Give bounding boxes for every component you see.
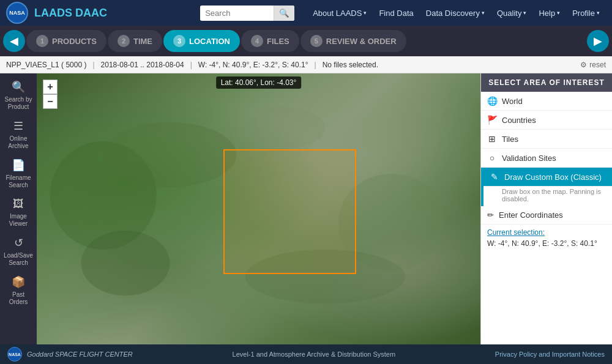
footer-nasa-logo: NASA [7,347,22,362]
site-title: LAADS DAAC [34,7,107,20]
panel-title: SELECT AREA OF INTEREST [481,73,612,92]
list-icon: ☰ [13,119,23,133]
quality-chevron-icon: ▾ [523,10,526,16]
help-link[interactable]: Help ▾ [532,0,566,26]
help-chevron-icon: ▾ [557,10,560,16]
wizard-step-products[interactable]: 1 PRODUCTS [26,30,106,52]
tiles-icon: ⊞ [487,134,497,144]
current-selection-coords: W: -4°, N: 40.9°, E: -3.2°, S: 40.1° [481,238,612,253]
wizard-next-button[interactable]: ▶ [587,30,609,52]
sidebar-item-image-viewer[interactable]: 🖼 Image Viewer [0,194,37,231]
map-selection-box [223,149,357,274]
top-nav: NASA LAADS DAAC 🔍 About LAADS ▾ Find Dat… [0,0,612,26]
enter-coords-icon: ✏ [487,210,494,220]
main-area: 🔍 Search by Product ☰ Online Archive 📄 F… [0,73,612,344]
wizard-step-review[interactable]: 5 REVIEW & ORDER [300,30,406,52]
world-icon: 🌐 [487,96,497,106]
wizard-step-time[interactable]: 2 TIME [108,30,162,52]
sidebar-item-load-save-search[interactable]: ↺ Load/Save Search [0,232,37,270]
wizard-step-location[interactable]: 3 LOCATION [163,30,240,52]
footer-privacy-link[interactable]: Privacy Policy and Important Notices [495,351,605,358]
orders-icon: 📦 [12,275,25,289]
search-icon: 🔍 [12,80,25,94]
breadcrumb-files: No files selected. [323,61,378,69]
profile-link[interactable]: Profile ▾ [566,0,606,26]
panel-item-countries[interactable]: 🚩 Countries [481,111,612,130]
load-save-icon: ↺ [14,236,23,250]
right-panel: SELECT AREA OF INTEREST 🌐 World 🚩 Countr… [480,73,612,344]
panel-item-tiles[interactable]: ⊞ Tiles [481,130,612,149]
map-area[interactable]: Lat: 40.06°, Lon: -4.03° + − [37,73,480,344]
map-zoom-controls: + − [43,80,58,109]
footer-center-text: Level-1 and Atmosphere Archive & Distrib… [233,351,396,358]
breadcrumb-time: 2018-08-01 .. 2018-08-04 [101,61,184,69]
footer-goddard-label: Goddard SPACE FLIGHT CENTER [27,351,133,358]
countries-icon: 🚩 [487,115,497,125]
about-chevron-icon: ▾ [364,10,367,16]
sidebar-item-search-by-product[interactable]: 🔍 Search by Product [0,76,37,114]
reset-icon: ⚙ [580,61,587,69]
wizard-bar: ◀ 1 PRODUCTS 2 TIME 3 LOCATION 4 FILES 5… [0,26,612,56]
image-icon: 🖼 [13,198,24,210]
footer-left: NASA Goddard SPACE FLIGHT CENTER [7,347,133,362]
about-laads-link[interactable]: About LAADS ▾ [307,0,373,26]
draw-box-sublabel: Draw box on the map. Panning is disabled… [481,187,612,206]
panel-item-world[interactable]: 🌐 World [481,92,612,111]
data-discovery-chevron-icon: ▾ [482,10,485,16]
panel-item-validation-sites[interactable]: ○ Validation Sites [481,149,612,168]
wizard-step-files[interactable]: 4 FILES [241,30,299,52]
nav-links: About LAADS ▾ Find Data Data Discovery ▾… [307,0,606,26]
map-zoom-out-button[interactable]: − [43,94,58,109]
sidebar-item-past-orders[interactable]: 📦 Past Orders [0,272,37,310]
find-data-link[interactable]: Find Data [373,0,419,26]
map-coords-tooltip: Lat: 40.06°, Lon: -4.03° [216,76,302,89]
breadcrumb-coords: W: -4°, N: 40.9°, E: -3.2°, S: 40.1° [198,61,308,69]
quality-link[interactable]: Quality ▾ [491,0,532,26]
wizard-steps: 1 PRODUCTS 2 TIME 3 LOCATION 4 FILES 5 R… [26,30,586,52]
filename-icon: 📄 [12,158,25,172]
sidebar: 🔍 Search by Product ☰ Online Archive 📄 F… [0,73,37,344]
current-selection-label: Current selection: [481,225,612,238]
breadcrumb: NPP_VIAES_L1 ( 5000 ) | 2018-08-01 .. 20… [0,56,612,73]
validation-icon: ○ [487,153,497,163]
panel-item-enter-coords[interactable]: ✏ Enter Coordinates [481,206,612,225]
breadcrumb-product: NPP_VIAES_L1 ( 5000 ) [6,61,86,69]
data-discovery-link[interactable]: Data Discovery ▾ [420,0,491,26]
search-button[interactable]: 🔍 [274,6,294,21]
wizard-back-button[interactable]: ◀ [3,30,25,52]
search-input[interactable] [200,6,274,20]
draw-box-icon: ✎ [490,172,499,182]
map-zoom-in-button[interactable]: + [43,80,58,94]
search-bar: 🔍 [200,6,294,21]
nasa-logo: NASA [6,2,28,24]
sidebar-item-filename-search[interactable]: 📄 Filename Search [0,155,37,193]
footer: NASA Goddard SPACE FLIGHT CENTER Level-1… [0,344,612,364]
profile-chevron-icon: ▾ [597,10,600,16]
sidebar-item-online-archive[interactable]: ☰ Online Archive [0,116,37,154]
panel-item-draw-custom-box[interactable]: ✎ Draw Custom Box (Classic) [481,168,612,187]
breadcrumb-reset-button[interactable]: ⚙ reset [580,61,606,69]
